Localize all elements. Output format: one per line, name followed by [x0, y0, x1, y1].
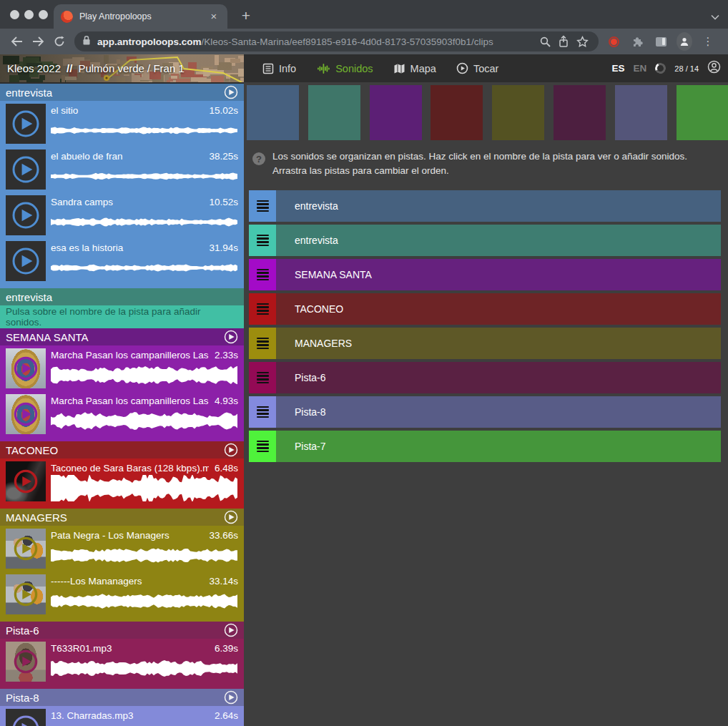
- drag-handle[interactable]: [249, 190, 276, 222]
- clip-item[interactable]: esa es la historia31.94s: [0, 238, 244, 284]
- drag-handle[interactable]: [249, 328, 276, 359]
- drag-handle[interactable]: [249, 259, 276, 290]
- tab-close-icon[interactable]: ×: [207, 10, 220, 23]
- track-header[interactable]: TACONEO: [0, 441, 244, 458]
- browser-tab[interactable]: Play Antropoloops ×: [54, 4, 227, 29]
- palette-square[interactable]: [247, 85, 299, 140]
- clip-waveform[interactable]: [51, 588, 238, 614]
- tab-tocar[interactable]: Tocar: [448, 54, 507, 82]
- track-header[interactable]: SEMANA SANTA: [0, 328, 244, 345]
- track-header[interactable]: entrevista: [0, 84, 244, 101]
- reload-button[interactable]: [49, 31, 70, 52]
- bookmark-star-icon[interactable]: [573, 32, 591, 51]
- clip-item[interactable]: Marcha Pasan los campanilleros Las Mejor…: [0, 345, 244, 391]
- tab-sonidos[interactable]: Sonidos: [308, 54, 381, 82]
- clip-item[interactable]: ------Los Mananagers33.14s: [0, 572, 244, 617]
- window-minimize-button[interactable]: [24, 10, 34, 19]
- tab-mapa[interactable]: Mapa: [385, 54, 445, 82]
- clip-play-button[interactable]: [11, 155, 40, 184]
- lang-en-button[interactable]: EN: [634, 63, 647, 74]
- share-icon[interactable]: [554, 32, 573, 51]
- clip-waveform[interactable]: [51, 163, 238, 190]
- track-play-all-button[interactable]: [224, 510, 238, 524]
- tab-info[interactable]: Info: [254, 54, 305, 82]
- back-button[interactable]: [6, 31, 27, 52]
- palette-square[interactable]: [615, 85, 667, 140]
- clip-waveform[interactable]: [51, 542, 238, 569]
- clip-title-row: Sandra camps10.52s: [51, 195, 238, 209]
- window-close-button[interactable]: [10, 10, 19, 19]
- track-header[interactable]: Pista-8: [0, 689, 244, 706]
- lang-es-button[interactable]: ES: [612, 63, 625, 74]
- clip-waveform[interactable]: [51, 209, 238, 235]
- clip-play-button[interactable]: [11, 247, 40, 275]
- track-play-all-button[interactable]: [224, 330, 238, 344]
- drag-handle[interactable]: [249, 362, 276, 393]
- clip-item[interactable]: T633R01.mp36.39s: [0, 639, 244, 685]
- track-row[interactable]: entrevista: [249, 190, 721, 222]
- track-row[interactable]: Pista-7: [249, 431, 721, 462]
- clip-item[interactable]: Marcha Pasan los campanilleros Las Mejor…: [0, 391, 244, 437]
- clip-item[interactable]: el abuelo de fran38.25s: [0, 147, 244, 192]
- track-play-all-button[interactable]: [224, 623, 238, 637]
- track-row[interactable]: SEMANA SANTA: [249, 259, 721, 290]
- clip-play-button[interactable]: [13, 536, 39, 561]
- clip-waveform[interactable]: [51, 117, 238, 144]
- track-header[interactable]: entrevista: [0, 288, 244, 305]
- clip-play-button[interactable]: [13, 401, 39, 427]
- drag-handle[interactable]: [249, 225, 276, 256]
- track-play-all-button[interactable]: [224, 690, 238, 705]
- track-row[interactable]: Pista-6: [249, 362, 721, 393]
- drag-handle[interactable]: [249, 293, 276, 325]
- palette-square[interactable]: [554, 85, 606, 140]
- clip-play-button[interactable]: [13, 582, 39, 607]
- clip-play-button[interactable]: [11, 201, 40, 230]
- new-tab-button[interactable]: +: [236, 6, 256, 26]
- drag-handle[interactable]: [249, 396, 276, 428]
- clip-waveform[interactable]: [51, 475, 238, 501]
- track-header[interactable]: MANAGERS: [0, 509, 244, 526]
- clip-waveform[interactable]: [51, 362, 238, 388]
- clip-waveform[interactable]: [51, 255, 238, 281]
- track-header[interactable]: Pista-6: [0, 622, 244, 639]
- project-banner[interactable]: Kleos 2022 // Pulmón verde / Fran 1: [0, 54, 244, 82]
- clip-play-button[interactable]: [13, 355, 39, 381]
- clip-play-button[interactable]: [11, 109, 40, 138]
- clip-waveform[interactable]: [51, 408, 238, 434]
- address-bar[interactable]: app.antropoloops.com/Kleos-Santa-Marina/…: [74, 31, 599, 51]
- track-row[interactable]: Pista-8: [249, 396, 721, 428]
- palette-square[interactable]: [308, 85, 360, 140]
- clip-play-button[interactable]: [13, 469, 39, 494]
- track-play-all-button[interactable]: [224, 443, 238, 457]
- clip-waveform[interactable]: [51, 655, 238, 682]
- track-row[interactable]: entrevista: [249, 225, 721, 256]
- tab-search-chevron-icon[interactable]: [711, 10, 719, 23]
- profile-avatar[interactable]: [677, 34, 692, 49]
- extensions-puzzle-icon[interactable]: [629, 34, 645, 49]
- window-zoom-button[interactable]: [39, 10, 48, 19]
- track-play-all-button[interactable]: [224, 85, 238, 99]
- palette-square[interactable]: [370, 85, 422, 140]
- track-row[interactable]: MANAGERS: [249, 328, 721, 359]
- window-controls[interactable]: [10, 10, 48, 19]
- browser-menu-icon[interactable]: ⋮: [700, 34, 716, 49]
- palette-square[interactable]: [677, 85, 728, 140]
- clip-item[interactable]: Taconeo de Sara Baras (128 kbps).mp36.48…: [0, 458, 244, 504]
- nav-label: Info: [279, 63, 296, 74]
- drag-handle[interactable]: [249, 431, 276, 462]
- zoom-page-icon[interactable]: [536, 32, 554, 51]
- clip-play-button[interactable]: [13, 649, 39, 675]
- clip-play-button[interactable]: [11, 715, 40, 726]
- palette-square[interactable]: [431, 85, 483, 140]
- track-row[interactable]: TACONEO: [249, 293, 721, 325]
- clip-item[interactable]: el sitio15.02s: [0, 101, 244, 147]
- clip-item[interactable]: 13. Charradas.mp32.64s: [0, 706, 244, 726]
- clip-waveform[interactable]: [51, 722, 238, 726]
- side-panel-icon[interactable]: [653, 34, 669, 49]
- account-icon[interactable]: [707, 60, 721, 77]
- forward-button[interactable]: [27, 31, 49, 52]
- clip-item[interactable]: Pata Negra - Los Managers33.66s: [0, 526, 244, 572]
- palette-square[interactable]: [492, 85, 544, 140]
- clip-item[interactable]: Sandra camps10.52s: [0, 192, 244, 238]
- record-extension-icon[interactable]: [606, 34, 621, 49]
